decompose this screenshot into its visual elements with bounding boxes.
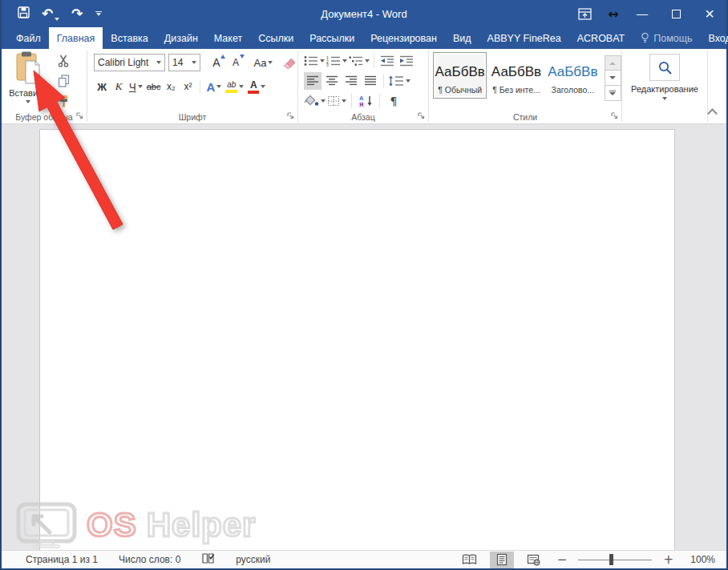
- zoom-in-button[interactable]: +: [660, 552, 677, 567]
- borders-button[interactable]: [327, 92, 346, 110]
- text-effects-letter: А: [206, 80, 215, 94]
- shrink-font-button[interactable]: A: [228, 54, 244, 71]
- font-dialog-launcher[interactable]: [287, 111, 294, 121]
- style-normal[interactable]: АаБбВв ¶ Обычный: [433, 52, 487, 99]
- sort-button[interactable]: АЯ: [357, 92, 374, 110]
- justify-button[interactable]: [362, 72, 379, 90]
- customize-qat-button[interactable]: [95, 11, 102, 16]
- numbering-button[interactable]: 123: [326, 52, 347, 70]
- tab-layout[interactable]: Макет: [206, 27, 250, 49]
- web-layout-button[interactable]: [522, 552, 546, 568]
- paragraph-dialog-launcher[interactable]: [418, 111, 425, 121]
- sort-icon: АЯ: [358, 95, 374, 107]
- minimize-button[interactable]: —: [625, 0, 659, 27]
- bold-button[interactable]: Ж: [94, 78, 110, 95]
- highlight-color-button[interactable]: ab: [224, 78, 245, 95]
- increase-indent-button[interactable]: [398, 52, 415, 70]
- styles-scroll-down-button[interactable]: [605, 71, 621, 86]
- save-icon[interactable]: [18, 6, 30, 22]
- align-left-button[interactable]: [304, 72, 322, 90]
- maximize-button[interactable]: [659, 0, 693, 27]
- change-case-button[interactable]: Aa: [253, 54, 273, 71]
- decrease-indent-button[interactable]: [378, 52, 396, 70]
- page-indicator[interactable]: Страница 1 из 1: [26, 554, 98, 565]
- underline-button[interactable]: Ч: [127, 78, 144, 95]
- copy-button[interactable]: [53, 72, 74, 89]
- tab-insert[interactable]: Вставка: [103, 27, 156, 49]
- styles-dialog-launcher[interactable]: [611, 111, 618, 121]
- proofing-icon[interactable]: [201, 552, 215, 567]
- tab-help-label: Помощь: [653, 33, 692, 44]
- separator: [379, 94, 380, 108]
- style-no-spacing[interactable]: АаБбВв ¶ Без инте...: [489, 52, 543, 99]
- tab-acrobat[interactable]: ACROBAT: [569, 27, 633, 49]
- align-right-icon: [345, 75, 358, 86]
- zoom-slider[interactable]: [578, 554, 652, 565]
- align-center-icon: [326, 75, 338, 86]
- increase-indent-icon: [399, 55, 414, 67]
- tab-home[interactable]: Главная: [49, 27, 103, 49]
- bullet-list-icon: [304, 55, 318, 67]
- paste-dropdown-caret[interactable]: [26, 100, 30, 103]
- font-size-combo[interactable]: 14: [168, 54, 200, 71]
- zoom-level[interactable]: 100%: [685, 554, 715, 565]
- tab-design[interactable]: Дизайн: [156, 27, 206, 49]
- print-layout-button[interactable]: [490, 552, 514, 568]
- cut-button[interactable]: [53, 52, 74, 69]
- word-count[interactable]: Число слов: 0: [119, 554, 180, 565]
- editing-group: Редактирование: [622, 49, 707, 123]
- tab-abbyy-finereader[interactable]: ABBYY FineRea: [479, 27, 569, 49]
- align-left-icon: [306, 75, 319, 86]
- triangle-up-icon: [609, 62, 616, 65]
- zoom-out-button[interactable]: −: [554, 552, 571, 567]
- paste-button-label: Вставить: [9, 88, 47, 98]
- styles-scroll-up-button[interactable]: [605, 55, 621, 71]
- font-color-button[interactable]: А: [246, 78, 267, 95]
- find-button[interactable]: [649, 54, 680, 81]
- shading-button[interactable]: [304, 92, 326, 110]
- document-page[interactable]: [39, 129, 675, 550]
- format-painter-button[interactable]: [53, 92, 74, 109]
- grow-font-button[interactable]: A: [208, 54, 224, 71]
- close-button[interactable]: ×: [693, 0, 726, 27]
- redo-icon[interactable]: ↷: [71, 7, 83, 21]
- svg-text:Я: Я: [359, 101, 363, 107]
- italic-button[interactable]: К: [111, 78, 127, 95]
- font-name-combo[interactable]: Calibri Light: [94, 54, 165, 71]
- subscript-button[interactable]: x₂: [163, 78, 179, 95]
- styles-more-button[interactable]: [605, 86, 621, 101]
- language-indicator[interactable]: русский: [236, 554, 270, 565]
- superscript-button[interactable]: x²: [180, 78, 196, 95]
- collapse-ribbon-button[interactable]: [707, 108, 718, 119]
- tab-help[interactable]: Помощь: [633, 27, 700, 49]
- read-mode-button[interactable]: [458, 552, 482, 568]
- show-marks-button[interactable]: ¶: [385, 92, 402, 110]
- tab-review[interactable]: Рецензирован: [362, 27, 445, 49]
- align-right-button[interactable]: [342, 72, 360, 90]
- format-painter-icon: [58, 95, 70, 107]
- align-center-button[interactable]: [323, 72, 341, 90]
- undo-dropdown-caret[interactable]: [55, 18, 59, 21]
- strikethrough-button[interactable]: abc: [145, 78, 163, 95]
- style-heading1[interactable]: АаБбВв Заголово...: [546, 52, 600, 99]
- chevron-down-icon: [320, 59, 325, 63]
- clipboard-dialog-launcher[interactable]: [76, 111, 83, 121]
- tab-mailings[interactable]: Рассылки: [301, 27, 362, 49]
- tab-view[interactable]: Вид: [445, 27, 479, 49]
- ribbon-display-options-button[interactable]: [568, 0, 601, 27]
- multilevel-list-icon: [349, 55, 363, 67]
- undo-button[interactable]: ↶: [42, 7, 59, 21]
- multilevel-list-button[interactable]: [349, 52, 370, 70]
- zoom-slider-handle[interactable]: [609, 554, 613, 565]
- window-title: Документ4 - Word: [321, 8, 406, 20]
- bullets-button[interactable]: [304, 52, 325, 70]
- line-spacing-button[interactable]: [388, 72, 411, 90]
- text-effects-button[interactable]: А: [204, 78, 223, 95]
- tab-sign-in[interactable]: Вход: [701, 27, 728, 49]
- clear-formatting-button[interactable]: [281, 54, 297, 71]
- print-layout-icon: [496, 553, 508, 566]
- paste-button[interactable]: Вставить: [6, 51, 50, 109]
- tab-file[interactable]: Файл: [8, 27, 49, 49]
- editing-dropdown-caret[interactable]: [662, 97, 667, 100]
- tab-references[interactable]: Ссылки: [250, 27, 301, 49]
